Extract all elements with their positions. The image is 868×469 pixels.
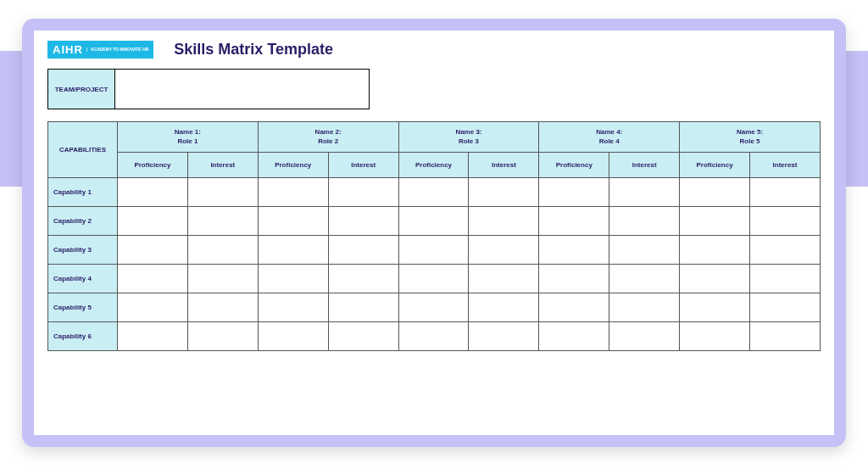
matrix-cell[interactable] <box>609 236 680 265</box>
person-role: Role 2 <box>318 137 338 145</box>
team-project-input[interactable] <box>115 69 370 109</box>
person-name: Name 3: <box>455 128 481 136</box>
document-card: AIHR ACADEMY TO INNOVATE HR Skills Matri… <box>34 31 834 435</box>
matrix-cell[interactable] <box>469 207 539 236</box>
matrix-cell[interactable] <box>398 236 469 265</box>
table-row: Capability 5 <box>48 293 821 322</box>
matrix-cell[interactable] <box>328 178 398 207</box>
matrix-cell[interactable] <box>680 265 750 293</box>
matrix-cell[interactable] <box>398 265 469 293</box>
matrix-cell[interactable] <box>258 178 328 207</box>
table-row: Capability 6 <box>48 322 821 351</box>
matrix-cell[interactable] <box>187 265 258 293</box>
capability-label: Capability 1 <box>48 178 118 207</box>
person-header-2: Name 2: Role 2 <box>258 122 398 153</box>
aihr-logo: AIHR ACADEMY TO INNOVATE HR <box>47 41 153 59</box>
matrix-cell[interactable] <box>258 322 328 351</box>
table-row: Capability 2 <box>48 207 821 236</box>
person-role: Role 4 <box>599 137 620 145</box>
matrix-cell[interactable] <box>258 207 328 236</box>
matrix-cell[interactable] <box>469 265 539 293</box>
capability-label: Capability 3 <box>48 236 118 265</box>
matrix-cell[interactable] <box>539 207 609 236</box>
person-header-4: Name 4: Role 4 <box>539 122 680 153</box>
matrix-cell[interactable] <box>118 178 188 207</box>
matrix-cell[interactable] <box>680 322 750 351</box>
matrix-cell[interactable] <box>187 178 258 207</box>
matrix-cell[interactable] <box>609 293 680 322</box>
matrix-cell[interactable] <box>469 178 539 207</box>
matrix-cell[interactable] <box>258 293 328 322</box>
matrix-cell[interactable] <box>609 207 680 236</box>
sub-interest: Interest <box>609 153 680 178</box>
person-role: Role 1 <box>177 137 198 145</box>
person-role: Role 5 <box>740 137 760 145</box>
matrix-cell[interactable] <box>750 322 821 351</box>
matrix-cell[interactable] <box>750 178 821 207</box>
matrix-cell[interactable] <box>328 322 398 351</box>
matrix-cell[interactable] <box>680 236 750 265</box>
matrix-cell[interactable] <box>398 322 469 351</box>
team-project-label: TEAM/PROJECT <box>47 69 115 109</box>
matrix-cell[interactable] <box>118 207 188 236</box>
matrix-cell[interactable] <box>187 322 258 351</box>
matrix-cell[interactable] <box>118 265 188 293</box>
matrix-cell[interactable] <box>750 265 821 293</box>
skills-matrix-table: CAPABILITIES Name 1: Role 1 Name 2: Role… <box>47 121 821 351</box>
person-header-3: Name 3: Role 3 <box>398 122 539 153</box>
matrix-cell[interactable] <box>539 265 609 293</box>
sub-interest: Interest <box>328 153 398 178</box>
matrix-cell[interactable] <box>539 322 609 351</box>
matrix-cell[interactable] <box>187 236 258 265</box>
matrix-cell[interactable] <box>469 322 539 351</box>
matrix-cell[interactable] <box>469 293 539 322</box>
matrix-cell[interactable] <box>609 178 680 207</box>
matrix-cell[interactable] <box>187 207 258 236</box>
matrix-cell[interactable] <box>328 207 398 236</box>
matrix-cell[interactable] <box>680 293 750 322</box>
matrix-cell[interactable] <box>328 265 398 293</box>
matrix-cell[interactable] <box>398 207 469 236</box>
team-project-row: TEAM/PROJECT <box>47 69 821 109</box>
matrix-cell[interactable] <box>750 293 821 322</box>
table-row: Capability 4 <box>48 265 821 293</box>
matrix-cell[interactable] <box>609 322 680 351</box>
capabilities-header: CAPABILITIES <box>48 122 118 178</box>
matrix-cell[interactable] <box>328 293 398 322</box>
matrix-cell[interactable] <box>118 322 188 351</box>
person-header-1: Name 1: Role 1 <box>118 122 259 153</box>
matrix-cell[interactable] <box>118 293 188 322</box>
matrix-cell[interactable] <box>398 178 469 207</box>
person-role: Role 3 <box>459 137 479 145</box>
matrix-cell[interactable] <box>398 293 469 322</box>
capability-label: Capability 6 <box>48 322 118 351</box>
table-row: Capability 3 <box>48 236 821 265</box>
matrix-cell[interactable] <box>258 265 328 293</box>
matrix-cell[interactable] <box>750 207 821 236</box>
person-name: Name 2: <box>315 128 342 136</box>
page-title: Skills Matrix Template <box>174 41 333 59</box>
table-row: Capability 1 <box>48 178 821 207</box>
person-name: Name 1: <box>175 128 201 136</box>
matrix-cell[interactable] <box>539 178 609 207</box>
matrix-cell[interactable] <box>539 236 609 265</box>
header-row-people: CAPABILITIES Name 1: Role 1 Name 2: Role… <box>48 122 821 153</box>
matrix-cell[interactable] <box>539 293 609 322</box>
sub-interest: Interest <box>750 153 821 178</box>
matrix-cell[interactable] <box>258 236 328 265</box>
matrix-cell[interactable] <box>328 236 398 265</box>
matrix-cell[interactable] <box>680 207 750 236</box>
sub-interest: Interest <box>469 153 539 178</box>
capability-label: Capability 2 <box>48 207 118 236</box>
matrix-cell[interactable] <box>750 236 821 265</box>
card-frame: AIHR ACADEMY TO INNOVATE HR Skills Matri… <box>22 19 846 447</box>
matrix-cell[interactable] <box>187 293 258 322</box>
matrix-cell[interactable] <box>609 265 680 293</box>
capability-label: Capability 4 <box>48 265 118 293</box>
capability-label: Capability 5 <box>48 293 118 322</box>
header-row-sub: Proficiency Interest Proficiency Interes… <box>48 153 821 178</box>
matrix-cell[interactable] <box>469 236 539 265</box>
matrix-cell[interactable] <box>118 236 188 265</box>
logo-brand: AIHR <box>53 44 83 55</box>
matrix-cell[interactable] <box>680 178 750 207</box>
